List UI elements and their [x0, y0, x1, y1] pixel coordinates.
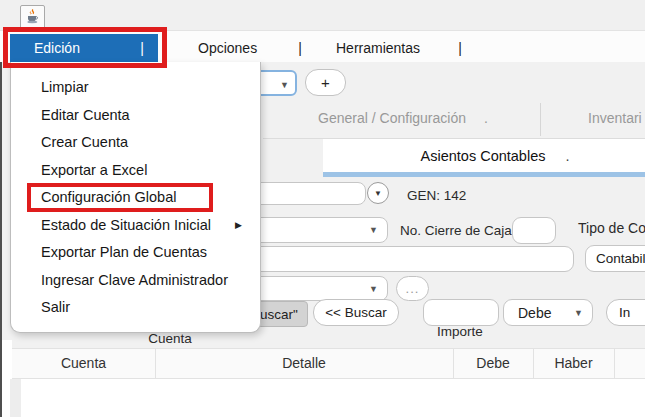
chevron-down-icon: ▼: [574, 308, 583, 318]
no-cierre-caja-input[interactable]: [513, 218, 555, 243]
submenu-arrow-icon: ▶: [235, 212, 242, 240]
debe-haber-value: Debe: [518, 305, 551, 321]
menuitem-limpiar[interactable]: Limpiar: [11, 74, 260, 102]
java-app-icon[interactable]: [20, 5, 45, 29]
detalle-input[interactable]: [241, 247, 573, 271]
cuenta-caption: Cuenta: [140, 331, 200, 346]
menu-separator: |: [458, 40, 462, 56]
tab-asientos-contables[interactable]: Asientos Contables .: [350, 139, 640, 172]
menuitem-exportar-plan-cuentas[interactable]: Exportar Plan de Cuentas: [11, 239, 260, 267]
tab-inventario[interactable]: Inventari: [588, 110, 642, 126]
menu-separator: |: [298, 40, 302, 56]
tab-general-dot: .: [484, 110, 488, 126]
tab-asientos-dot: .: [565, 148, 569, 164]
chevron-down-icon: ▼: [280, 80, 289, 90]
menu-herramientas[interactable]: Herramientas |: [316, 34, 470, 62]
col-header-haber[interactable]: Haber: [533, 349, 615, 378]
menuitem-exportar-excel[interactable]: Exportar a Excel: [11, 157, 260, 185]
tab-general-configuracion[interactable]: General / Configuración .: [268, 100, 538, 136]
no-cierre-caja-label: No. Cierre de Caja: [400, 223, 512, 238]
tab-divider: [540, 103, 541, 136]
menuitem-ingresar-clave-admin[interactable]: Ingresar Clave Administrador: [11, 267, 260, 295]
detalle-field[interactable]: [240, 246, 574, 272]
menuitem-crear-cuenta[interactable]: Crear Cuenta: [11, 129, 260, 157]
asientos-table: Cuenta Detalle Debe Haber: [12, 348, 645, 417]
table-scrollbar-track[interactable]: [10, 379, 21, 417]
debe-haber-combobox[interactable]: Debe ▼: [503, 299, 593, 326]
add-button[interactable]: +: [305, 69, 346, 96]
importe-field[interactable]: [423, 299, 499, 326]
menu-herramientas-label: Herramientas: [336, 40, 420, 56]
col-header-detalle[interactable]: Detalle: [155, 349, 454, 378]
table-header-row: Cuenta Detalle Debe Haber: [12, 349, 645, 379]
tipo-comprobante-value: Contabilid: [596, 251, 645, 266]
chevron-down-icon: ▼: [374, 189, 382, 198]
importe-input[interactable]: [424, 300, 498, 325]
tipo-comprobante-combobox[interactable]: Contabilid: [585, 245, 645, 272]
gen-number-label: GEN: 142: [407, 188, 466, 203]
importe-caption: Importe: [418, 324, 502, 339]
col-header-debe[interactable]: Debe: [453, 349, 534, 378]
chevron-down-icon: ▼: [369, 284, 378, 294]
annotation-box-configuracion-global: [27, 183, 213, 212]
cuenta-combobox[interactable]: ▼: [240, 276, 388, 301]
tab-general-label: General / Configuración: [318, 110, 466, 126]
menuitem-salir[interactable]: Salir: [11, 294, 260, 322]
menuitem-estado-label: Estado de Situación Inicial: [41, 217, 211, 233]
annotation-box-edicion: [3, 27, 167, 68]
tipo-comprobante-label: Tipo de Co: [578, 220, 645, 236]
menuitem-estado-situacion-inicial[interactable]: Estado de Situación Inicial ▶: [11, 212, 260, 240]
browse-dots-button[interactable]: ...: [396, 276, 429, 301]
java-coffee-icon: [24, 8, 42, 26]
buscar-back-button[interactable]: << Buscar: [313, 299, 399, 326]
ingresar-button[interactable]: In: [606, 299, 645, 326]
col-header-cuenta[interactable]: Cuenta: [12, 349, 156, 378]
no-cierre-caja-field[interactable]: [512, 217, 556, 244]
tab-asientos-label: Asientos Contables: [421, 148, 546, 164]
menu-opciones[interactable]: Opciones |: [168, 34, 310, 62]
selected-tab-underline: [323, 172, 645, 177]
asiento-dropdown-button[interactable]: ▼: [367, 182, 389, 204]
menu-opciones-label: Opciones: [198, 40, 257, 56]
menuitem-editar-cuenta[interactable]: Editar Cuenta: [11, 102, 260, 130]
chevron-down-icon: ▼: [369, 225, 378, 235]
